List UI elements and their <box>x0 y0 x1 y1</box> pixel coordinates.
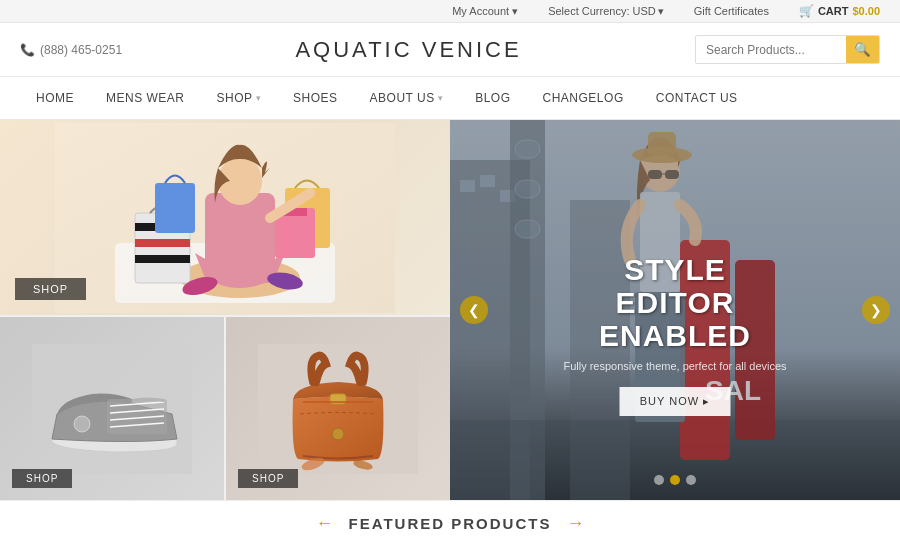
my-account-link[interactable]: My Account ▾ <box>452 5 518 18</box>
hero-title: STYLE EDITOR ENABLED <box>563 253 788 352</box>
shoe-shop-button[interactable]: SHOP <box>12 469 72 488</box>
hero-dot-3[interactable] <box>686 475 696 485</box>
nav-blog-label: BLOG <box>475 91 510 105</box>
hero-title-line2: ENABLED <box>563 319 788 352</box>
nav-shop-label: SHOP <box>217 91 253 105</box>
bag-svg <box>258 344 418 474</box>
hero-dot-2[interactable] <box>670 475 680 485</box>
svg-point-21 <box>74 416 90 432</box>
nav-changelog-label: CHANGELOG <box>543 91 624 105</box>
hero-dot-1[interactable] <box>654 475 664 485</box>
gift-certificates-label: Gift Certificates <box>694 5 769 17</box>
search-area: 🔍 <box>695 35 880 64</box>
hero-title-line1: STYLE EDITOR <box>563 253 788 319</box>
bag-panel: SHOP <box>226 317 450 500</box>
hero-left-arrow-icon: ❮ <box>468 302 480 318</box>
cart-icon: 🛒 <box>799 4 814 18</box>
featured-products-bar: ← FEATURED PRODUCTS → <box>0 500 900 546</box>
about-dropdown-arrow: ▾ <box>438 93 444 103</box>
bag-shop-btn-label: SHOP <box>252 473 284 484</box>
svg-rect-12 <box>155 183 195 233</box>
featured-right-arrow: → <box>566 513 584 534</box>
main-content: SHOP <box>0 120 900 500</box>
top-image-panel: SHOP <box>0 120 450 315</box>
hero-panel: SAL STYLE EDITOR ENABLED Fully responsiv… <box>450 120 900 500</box>
nav-contact-us-label: CONTACT US <box>656 91 738 105</box>
shoe-shop-btn-label: SHOP <box>26 473 58 484</box>
svg-point-25 <box>332 428 344 440</box>
phone-icon: 📞 <box>20 43 35 57</box>
hero-subtitle: Fully responsive theme, perfect for all … <box>563 360 788 372</box>
featured-products-title: FEATURED PRODUCTS <box>349 515 552 532</box>
svg-rect-7 <box>135 239 190 247</box>
hero-dots <box>654 475 696 485</box>
phone-area: 📞 (888) 465-0251 <box>20 43 122 57</box>
gift-certificates-link[interactable]: Gift Certificates <box>694 5 769 17</box>
currency-dropdown-arrow: ▾ <box>658 5 664 18</box>
nav-shop[interactable]: SHOP ▾ <box>201 77 278 119</box>
featured-left-arrow: ← <box>316 513 334 534</box>
shopping-scene-svg <box>55 123 395 313</box>
shoe-panel: SHOP <box>0 317 224 500</box>
hero-cta-label: BUY NOW ▸ <box>640 395 710 407</box>
nav-shoes[interactable]: SHOES <box>277 77 354 119</box>
left-panel: SHOP <box>0 120 450 500</box>
search-button[interactable]: 🔍 <box>846 36 879 63</box>
hero-cta-button[interactable]: BUY NOW ▸ <box>620 387 730 416</box>
cart-area[interactable]: 🛒 CART $0.00 <box>799 4 880 18</box>
shoe-svg <box>32 344 192 474</box>
hero-prev-button[interactable]: ❮ <box>460 296 488 324</box>
currency-label: Select Currency: USD <box>548 5 656 17</box>
header: 📞 (888) 465-0251 AQUATIC VENICE 🔍 <box>0 23 900 77</box>
hero-background: SAL STYLE EDITOR ENABLED Fully responsiv… <box>450 120 900 500</box>
nav-home-label: HOME <box>36 91 74 105</box>
nav-about-us-label: ABOUT US <box>370 91 435 105</box>
nav-shoes-label: SHOES <box>293 91 338 105</box>
site-logo: AQUATIC VENICE <box>295 37 521 63</box>
nav-blog[interactable]: BLOG <box>459 77 526 119</box>
search-input[interactable] <box>696 37 846 63</box>
top-shop-button[interactable]: SHOP <box>15 278 86 300</box>
nav-mens-wear[interactable]: MENS WEAR <box>90 77 201 119</box>
search-icon: 🔍 <box>854 42 871 57</box>
main-nav: HOME MENS WEAR SHOP ▾ SHOES ABOUT US ▾ B… <box>0 77 900 120</box>
bottom-panels: SHOP <box>0 317 450 500</box>
cart-amount: $0.00 <box>852 5 880 17</box>
nav-home[interactable]: HOME <box>20 77 90 119</box>
nav-mens-wear-label: MENS WEAR <box>106 91 185 105</box>
account-dropdown-arrow: ▾ <box>512 5 518 17</box>
phone-number: (888) 465-0251 <box>40 43 122 57</box>
top-bar: My Account ▾ Select Currency: USD ▾ Gift… <box>0 0 900 23</box>
nav-about-us[interactable]: ABOUT US ▾ <box>354 77 460 119</box>
bag-shop-button[interactable]: SHOP <box>238 469 298 488</box>
hero-next-button[interactable]: ❯ <box>862 296 890 324</box>
svg-rect-8 <box>135 255 190 263</box>
my-account-label: My Account <box>452 5 509 17</box>
currency-select-link[interactable]: Select Currency: USD ▾ <box>548 5 664 18</box>
top-shop-btn-label: SHOP <box>33 283 68 295</box>
shop-dropdown-arrow: ▾ <box>256 93 262 103</box>
nav-contact-us[interactable]: CONTACT US <box>640 77 754 119</box>
nav-changelog[interactable]: CHANGELOG <box>527 77 640 119</box>
cart-label: CART <box>818 5 849 17</box>
hero-text-block: STYLE EDITOR ENABLED Fully responsive th… <box>563 253 788 416</box>
hero-right-arrow-icon: ❯ <box>870 302 882 318</box>
